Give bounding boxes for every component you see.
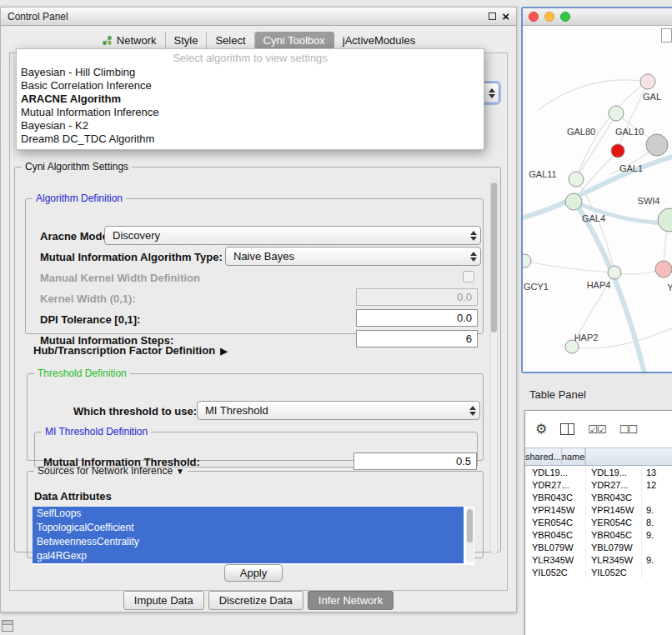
bottom-tab[interactable]: Discretize Data [208, 591, 303, 610]
cell-value: 9. [642, 528, 672, 541]
minimize-traffic-light[interactable] [544, 12, 554, 22]
algorithm-option[interactable]: Mutual Information Inference [17, 106, 484, 119]
table-row[interactable]: YBR045C YBR045C 9. [525, 528, 672, 541]
cell-shared-name: YBR045C [525, 528, 586, 541]
which-threshold-select[interactable]: MI Threshold [197, 401, 480, 420]
scrollbar-thumb[interactable] [491, 182, 497, 332]
network-node[interactable] [565, 193, 582, 210]
bottom-tab[interactable]: Impute Data [123, 591, 204, 610]
node-label: GAL [643, 92, 661, 102]
panel-tab[interactable]: Select [207, 32, 254, 49]
minimized-panel-icon[interactable] [2, 620, 13, 632]
manual-kernel-width-label: Manual Kernel Width Definition [40, 272, 200, 284]
tab-label: Style [174, 34, 198, 47]
table-row[interactable]: YIL052C YIL052C [525, 566, 672, 578]
manual-kernel-width-checkbox[interactable] [463, 271, 474, 282]
table-row[interactable]: YER054C YER054C 8. [525, 516, 672, 528]
node-label: GAL1 [619, 163, 643, 173]
aracne-mode-select[interactable]: Discovery [104, 226, 481, 245]
network-node[interactable] [655, 261, 672, 278]
apply-button[interactable]: Apply [224, 564, 283, 582]
algorithm-option[interactable]: Basic Correlation Inference [17, 79, 484, 92]
algorithm-dropdown-popup: Select algorithm to view settings Bayesi… [16, 48, 484, 150]
network-edges [523, 80, 672, 372]
aracne-mode-value: Discovery [113, 229, 160, 242]
birdseye-toggle[interactable] [661, 28, 672, 42]
algorithm-option[interactable]: Dream8 DC_TDC Algorithm [17, 132, 484, 146]
cell-value: 8. [642, 516, 672, 528]
select-all-columns-icon[interactable]: ☑☑ [588, 423, 605, 436]
cyni-algorithm-settings-group: Cyni Algorithm Settings Algorithm Defini… [14, 161, 501, 552]
algorithm-option[interactable]: ARACNE Algorithm [17, 92, 484, 106]
dpi-tolerance-field[interactable]: 0.0 [356, 309, 478, 327]
bottom-tab[interactable]: Infer Network [308, 591, 394, 610]
table-row[interactable]: YBL079W YBL079W [525, 541, 672, 553]
attribute-item[interactable]: gal4RGexp [33, 549, 464, 563]
table-row[interactable]: YDL19... YDL19... 13 [525, 466, 672, 478]
network-window-titlebar[interactable] [523, 8, 672, 26]
control-panel-titlebar[interactable]: Control Panel × [1, 8, 516, 26]
network-graph[interactable]: GALGAL80GAL10GAL11GAL1SWI4GAL4GCY1HAP4HA… [523, 26, 672, 372]
network-canvas[interactable]: GALGAL80GAL10GAL11GAL1SWI4GAL4GCY1HAP4HA… [523, 26, 672, 372]
network-node[interactable] [611, 144, 624, 158]
table-row[interactable]: YDR27... YDR27... 12 [525, 478, 672, 491]
network-node[interactable] [646, 134, 668, 156]
column-header[interactable] [585, 448, 586, 465]
panel-tab[interactable]: Style [166, 32, 208, 49]
dpi-tolerance-label: DPI Tolerance [0,1]: [40, 313, 140, 326]
network-labels: GALGAL80GAL10GAL11GAL1SWI4GAL4GCY1HAP4HA… [524, 92, 672, 342]
dropdown-placeholder-option[interactable]: Select algorithm to view settings [17, 51, 484, 66]
network-tab-icon [102, 35, 113, 46]
close-icon[interactable]: × [502, 10, 509, 22]
show-columns-icon[interactable] [560, 423, 574, 435]
column-header[interactable]: name [562, 448, 586, 465]
node-label: GCY1 [524, 282, 549, 292]
attribute-item[interactable]: TopologicalCoefficient [33, 521, 464, 535]
network-node[interactable] [640, 74, 655, 89]
scrollbar-thumb[interactable] [467, 509, 473, 542]
zoom-traffic-light[interactable] [560, 12, 570, 22]
float-window-icon[interactable] [489, 12, 496, 20]
node-label: GAL80 [567, 127, 595, 137]
panel-tab[interactable]: jActiveModules [334, 32, 424, 49]
network-node[interactable] [658, 208, 672, 232]
cell-shared-name: YPR145W [525, 503, 586, 516]
node-label: GAL10 [615, 127, 644, 137]
column-header[interactable]: shared... [525, 448, 562, 465]
attribute-item[interactable]: BetweennessCentrality [33, 535, 464, 549]
data-attributes-list[interactable]: SelfLoops TopologicalCoefficient Between… [33, 507, 474, 565]
dpi-tolerance-value: 0.0 [457, 312, 472, 324]
cell-name: YBL079W [586, 541, 642, 553]
table-panel: Table Panel ⚙ ☑☑ ☐☐ shared... name YDL19… [521, 382, 672, 635]
stepper-icon [489, 88, 495, 98]
list-scrollbar[interactable] [466, 508, 474, 562]
sources-legend[interactable]: Sources for Network Inference▼ [34, 465, 188, 477]
close-traffic-light[interactable] [529, 12, 539, 22]
settings-group-legend: Cyni Algorithm Settings [22, 161, 132, 172]
mi-algorithm-type-label: Mutual Information Algorithm Type: [40, 251, 223, 263]
network-node[interactable] [608, 266, 621, 279]
apply-button-label: Apply [240, 567, 268, 579]
table-row[interactable]: YLR345W YLR345W 9. [525, 553, 672, 566]
settings-gear-icon[interactable]: ⚙ [535, 422, 547, 436]
mi-steps-field[interactable]: 6 [356, 330, 478, 348]
panel-tab[interactable]: Cyni Toolbox [255, 32, 334, 49]
network-node[interactable] [569, 172, 584, 187]
settings-scrollbar[interactable] [490, 179, 498, 554]
stepper-icon [470, 231, 477, 241]
deselect-all-columns-icon[interactable]: ☐☐ [619, 423, 637, 436]
attribute-item[interactable]: SelfLoops [33, 507, 464, 521]
cell-shared-name: YDL19... [525, 466, 586, 478]
kernel-width-field[interactable]: 0.0 [356, 288, 478, 306]
network-node[interactable] [609, 106, 624, 121]
table-row[interactable]: YBR043C YBR043C [525, 491, 672, 503]
algorithm-option[interactable]: Bayesian - K2 [17, 119, 484, 132]
table-row[interactable]: YPR145W YPR145W 9. [525, 503, 672, 516]
network-node[interactable] [523, 254, 531, 268]
panel-tab[interactable]: Network [93, 32, 166, 49]
hub-factor-section-toggle[interactable]: Hub/Transcription Factor Definition▶ [33, 344, 228, 357]
chevron-down-icon: ▼ [176, 467, 184, 476]
cell-value [642, 491, 672, 503]
mi-algorithm-type-select[interactable]: Naive Bayes [225, 247, 481, 266]
algorithm-option[interactable]: Bayesian - Hill Climbing [17, 66, 484, 79]
